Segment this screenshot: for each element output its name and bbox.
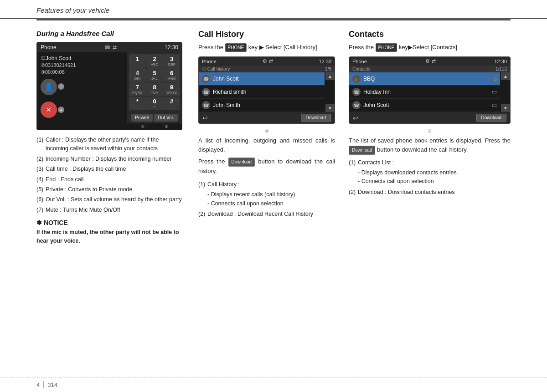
desc-item-1: (1) Caller : Displays the other party's … (36, 136, 182, 153)
key-6[interactable]: 6MNO (163, 68, 180, 82)
main-content: During a Handsfree Call Phone ☎ ⇄ 12:30 … (0, 20, 547, 250)
ct-home-icon: ⌂ (494, 76, 497, 82)
call-history-screen: Phone ⚙ ⇄ 12:30 ① Call history 1/5 ☎ Joh… (198, 56, 335, 124)
ct-phone-icon-3: ▭ (492, 102, 497, 108)
ch-row-name-2: Richard smith (213, 89, 246, 95)
notice-label: NOTICE (44, 219, 68, 226)
ch-download-btn[interactable]: Download (301, 114, 331, 122)
ct-bluetooth-icon: ⚙ (425, 58, 430, 64)
ct-row-3[interactable]: ☎ John Scott ▭ (349, 99, 500, 112)
scroll-down[interactable]: ▼ (325, 104, 335, 112)
key-hash[interactable]: # (163, 97, 180, 110)
footer: 4 314 (0, 377, 547, 392)
footer-divider (43, 381, 44, 388)
phone-icon: ☎ (104, 45, 111, 51)
ct-phone-label: Phone (352, 59, 367, 64)
ch-row-icon-3: ☎ (202, 101, 210, 109)
phone-bottom-bar: Private Out Vol. (127, 112, 182, 123)
phone-time: 12:30 (165, 44, 178, 51)
handsfree-descriptions: (1) Caller : Displays the other party's … (36, 136, 182, 214)
ct-descriptions: (1) Contacts List : - Displays downloade… (349, 158, 511, 197)
footer-page: 314 (47, 382, 57, 388)
ch-subheader-right: 1/5 (325, 66, 331, 71)
signal-icon-ch: ⇄ (269, 58, 273, 64)
call-time: ③00:00:08 (41, 69, 124, 75)
ct-back-btn[interactable]: ↩ (353, 114, 358, 122)
ct-rows: ⌂ BBQ ⌂ ☎ Holiday Inn ▭ ☎ John Scott ▭ (349, 72, 510, 112)
contacts-intro: Press the PHONE key▶Select [Contacts] (349, 43, 511, 52)
caller-name: ①John Scott (41, 55, 124, 61)
circle-7: 7 (58, 83, 64, 90)
call-history-title: Call History (198, 30, 335, 39)
contacts-title: Contacts (349, 30, 511, 39)
ct-row-name-3: John Scott (363, 102, 389, 108)
ct-desc-para1: The list of saved phone book entries is … (349, 136, 511, 154)
ct-row-icon-1: ⌂ (352, 75, 361, 83)
ct-subheader: Contacts 1/112 (349, 66, 510, 72)
ch-row-1[interactable]: ☎ John Scott (199, 72, 325, 86)
ct-desc-2: (2) Download : Download contacts entries (349, 188, 511, 197)
ch-time: 12:30 (319, 59, 331, 64)
contacts-screen: Phone ⚙ ⇄ 12:30 Contacts 1/112 ⌂ BBQ ⌂ (349, 56, 511, 124)
ch-rows: ☎ John Scott ☎ Richard smith ☎ John Smit… (199, 72, 335, 112)
ct-download-btn[interactable]: Download (476, 114, 506, 122)
ch-row-name-1: John Scott (213, 76, 239, 82)
outvol-btn[interactable]: Out Vol. (154, 114, 178, 122)
left-column: During a Handsfree Call Phone ☎ ⇄ 12:30 … (36, 30, 191, 245)
key-0[interactable]: 0+ (146, 97, 163, 110)
ct-icons: ⚙ ⇄ (425, 58, 436, 64)
key-5[interactable]: 5JKL (146, 68, 163, 82)
ct-scroll-up[interactable]: ▲ (501, 72, 510, 80)
ct-row-2[interactable]: ☎ Holiday Inn ▭ (349, 86, 500, 99)
ct-subheader-right: 1/112 (495, 66, 507, 71)
ct-row-1[interactable]: ⌂ BBQ ⌂ (349, 72, 500, 86)
ct-time: 12:30 (494, 59, 507, 64)
key-3[interactable]: 3DEF (163, 54, 180, 68)
ct-scroll-btns: ▲ ▼ (501, 72, 510, 112)
circle-4: 4 (58, 107, 64, 113)
desc-item-3: (3) Call time : Displays the call time (36, 165, 182, 173)
key-1[interactable]: 1 (129, 54, 146, 68)
ct-phone-icon-2: ▭ (492, 89, 497, 95)
ch-screen-header: Phone ⚙ ⇄ 12:30 (199, 57, 335, 66)
phone-screen-handsfree: Phone ☎ ⇄ 12:30 ①John Scott ②03180214621… (36, 42, 182, 130)
ch-row-2[interactable]: ☎ Richard smith (199, 86, 325, 99)
phone-icons: ☎ ⇄ (104, 45, 117, 51)
ch-row-3[interactable]: ☎ John Smith (199, 99, 325, 112)
ct-subheader-left: Contacts (352, 66, 370, 71)
notice-box: ✽ NOTICE If the mic is muted, the other … (36, 219, 182, 245)
key-star[interactable]: * (129, 97, 146, 110)
ct-row-icon-3: ☎ (352, 101, 361, 109)
key-7[interactable]: 7PQRS (129, 82, 146, 96)
ch-subheader-left: ① Call history (202, 66, 230, 71)
scroll-btns: ▲ ▼ (325, 72, 335, 112)
desc-item-7: (7) Mute : Turns Mic Mute On/Off (36, 206, 182, 214)
footer-section: 4 (36, 382, 40, 388)
ct-footer: ↩ Download (349, 112, 510, 123)
header-title: Features of your vehicle (36, 6, 109, 14)
ch-row-icon-1: ☎ (202, 75, 210, 83)
ch-download-inline: Download (228, 158, 255, 167)
ct-row-name-1: BBQ (363, 76, 375, 82)
ch-row-icon-2: ☎ (202, 88, 210, 96)
phone-body: ①John Scott ②03180214621 ③00:00:08 👤 7 ✕… (37, 52, 182, 130)
key-8[interactable]: 8TUV (146, 82, 163, 96)
ct-scroll-down[interactable]: ▼ (501, 104, 510, 112)
desc-item-5: (5) Private : Converts to Private mode (36, 185, 182, 194)
ch-back-btn[interactable]: ↩ (202, 114, 208, 122)
key-9[interactable]: 9WXYZ (163, 82, 180, 96)
call-history-intro: Press the PHONE key ▶ Select [Call Histo… (198, 43, 335, 52)
private-btn[interactable]: Private (131, 114, 153, 122)
ch-phone-label: Phone (202, 59, 217, 64)
scroll-up[interactable]: ▲ (325, 72, 335, 80)
ct-body: ⌂ BBQ ⌂ ☎ Holiday Inn ▭ ☎ John Scott ▭ (349, 72, 510, 112)
notice-title: ✽ NOTICE (36, 219, 182, 226)
bluetooth-icon: ⚙ (263, 58, 267, 64)
ch-icons: ⚙ ⇄ (263, 58, 273, 64)
ch-body: ☎ John Scott ☎ Richard smith ☎ John Smit… (199, 72, 335, 112)
key-4[interactable]: 4GHI (129, 68, 146, 82)
header: Features of your vehicle (0, 0, 547, 19)
key-2[interactable]: 2ABC (146, 54, 163, 68)
bottom-labels: ⑤ ⑥ (127, 123, 182, 130)
circle-5-label: ⑤ (141, 124, 144, 129)
